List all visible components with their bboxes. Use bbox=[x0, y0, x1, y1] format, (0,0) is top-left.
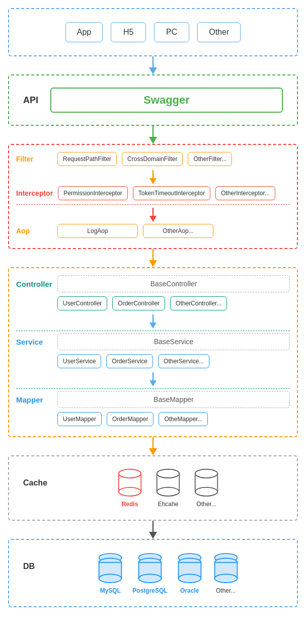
controller-label: Controller bbox=[16, 280, 52, 288]
svg-point-19 bbox=[119, 469, 141, 478]
interceptor-row: Interceptor PermissionInterceptor TokenT… bbox=[16, 186, 290, 200]
cache-ehcache: Ehcahe bbox=[153, 468, 183, 508]
mvc-layer: Controller BaseController UserController… bbox=[8, 267, 298, 437]
db-mysql: MySQL bbox=[96, 552, 124, 594]
aop-row: Aop LogAop OtherAop... bbox=[16, 224, 290, 238]
cache-other: Other... bbox=[191, 468, 221, 508]
db-items: MySQL PostgreSQL bbox=[53, 552, 283, 594]
svg-marker-13 bbox=[149, 380, 157, 386]
svg-marker-1 bbox=[149, 67, 157, 74]
service-item-2: OtherService... bbox=[158, 354, 209, 368]
svg-point-18 bbox=[119, 488, 141, 496]
service-item-1: OrderService bbox=[106, 354, 153, 368]
controller-base-row: Controller BaseController bbox=[16, 275, 290, 292]
mapper-item-0: UserMapper bbox=[57, 412, 102, 426]
cache-section: Cache Redis bbox=[16, 462, 290, 514]
mapper-item-2: OtheMapper... bbox=[159, 412, 208, 426]
interceptor-item-2: OtherInterceptor... bbox=[215, 186, 275, 200]
filter-layer: Filter RequestPathFilter CrossDomainFilt… bbox=[8, 144, 298, 249]
db-postgresql: PostgreSQL bbox=[132, 552, 167, 594]
db-other-label: Other... bbox=[216, 587, 236, 594]
svg-marker-15 bbox=[149, 448, 157, 455]
db-other: Other... bbox=[212, 552, 240, 594]
controller-base-box: BaseController bbox=[57, 275, 290, 292]
service-base-box: BaseService bbox=[57, 333, 290, 350]
filter-row: Filter RequestPathFilter CrossDomainFilt… bbox=[16, 152, 290, 166]
cache-redis-label: Redis bbox=[122, 501, 138, 508]
cache-layer: Cache Redis bbox=[8, 455, 298, 521]
service-label: Service bbox=[16, 338, 52, 346]
controller-item-1: OrderController bbox=[112, 296, 165, 310]
svg-point-33 bbox=[99, 574, 122, 583]
svg-point-23 bbox=[157, 469, 180, 478]
db-label: DB bbox=[23, 552, 48, 571]
red-divider bbox=[16, 204, 290, 205]
mapper-item-1: OrderMapper bbox=[107, 412, 154, 426]
api-row: API Swagger bbox=[16, 82, 290, 119]
svg-marker-7 bbox=[149, 216, 157, 222]
mapper-base-row: Mapper BaseMapper bbox=[16, 391, 290, 408]
cache-label: Cache bbox=[23, 468, 48, 488]
api-layer: API Swagger bbox=[8, 74, 298, 126]
aop-item-1: OtherAop... bbox=[143, 224, 213, 238]
svg-marker-5 bbox=[149, 178, 157, 184]
arrow-client-to-api bbox=[8, 56, 298, 74]
svg-point-45 bbox=[214, 574, 237, 583]
ctrl-divider bbox=[16, 331, 290, 331]
client-h5: H5 bbox=[111, 22, 146, 42]
filter-item-2: OtherFilter... bbox=[188, 152, 232, 166]
service-items: UserService OrderService OtherService... bbox=[16, 354, 290, 368]
controller-item-0: UserController bbox=[57, 296, 107, 310]
service-item-0: UserService bbox=[57, 354, 101, 368]
db-mysql-label: MySQL bbox=[100, 587, 121, 594]
db-section: DB MySQL bbox=[16, 546, 290, 600]
service-divider bbox=[16, 388, 290, 389]
swagger-box: Swagger bbox=[50, 88, 283, 113]
svg-marker-29 bbox=[149, 532, 157, 539]
aop-item-0: LogAop bbox=[57, 224, 138, 238]
cache-other-label: Other... bbox=[196, 501, 216, 508]
client-other: Other bbox=[197, 22, 241, 42]
cache-items: Redis Ehcahe bbox=[53, 468, 283, 508]
svg-marker-9 bbox=[149, 260, 157, 267]
client-layer: App H5 PC Other bbox=[8, 8, 298, 56]
svg-marker-11 bbox=[149, 323, 157, 329]
svg-point-41 bbox=[178, 574, 201, 583]
svg-point-22 bbox=[157, 488, 180, 496]
arrow-mvc-to-cache bbox=[8, 437, 298, 455]
arrow-filter-to-controller bbox=[8, 249, 298, 267]
db-oracle-label: Oracle bbox=[180, 587, 199, 594]
cache-ehcache-label: Ehcahe bbox=[158, 501, 179, 508]
filter-item-1: CrossDomainFilter bbox=[122, 152, 183, 166]
db-postgresql-label: PostgreSQL bbox=[132, 587, 167, 594]
architecture-diagram: App H5 PC Other API Swagger Filter Reque… bbox=[8, 8, 298, 607]
mapper-label: Mapper bbox=[16, 395, 52, 404]
svg-point-26 bbox=[195, 488, 218, 496]
aop-label: Aop bbox=[16, 227, 52, 235]
controller-items: UserController OrderController OtherCont… bbox=[16, 296, 290, 310]
arrow-api-to-filter bbox=[8, 126, 298, 144]
mapper-items: UserMapper OrderMapper OtheMapper... bbox=[16, 412, 290, 426]
client-row: App H5 PC Other bbox=[16, 15, 290, 49]
service-base-row: Service BaseService bbox=[16, 333, 290, 350]
svg-marker-3 bbox=[149, 137, 157, 144]
interceptor-label: Interceptor bbox=[16, 189, 53, 197]
filter-label: Filter bbox=[16, 155, 52, 163]
client-pc: PC bbox=[154, 22, 189, 42]
mapper-base-box: BaseMapper bbox=[57, 391, 290, 408]
svg-point-37 bbox=[139, 574, 162, 583]
api-label: API bbox=[23, 95, 43, 106]
controller-item-2: OtherController... bbox=[170, 296, 227, 310]
cache-redis: Redis bbox=[115, 468, 145, 508]
client-app: App bbox=[65, 22, 103, 42]
db-oracle: Oracle bbox=[176, 552, 204, 594]
interceptor-item-0: PermissionInterceptor bbox=[58, 186, 128, 200]
filter-item-0: RequestPathFilter bbox=[57, 152, 117, 166]
db-layer: DB MySQL bbox=[8, 539, 298, 607]
interceptor-item-1: TokenTimeoutInterceptor bbox=[133, 186, 210, 200]
arrow-cache-to-db bbox=[8, 521, 298, 539]
svg-point-27 bbox=[195, 469, 218, 478]
